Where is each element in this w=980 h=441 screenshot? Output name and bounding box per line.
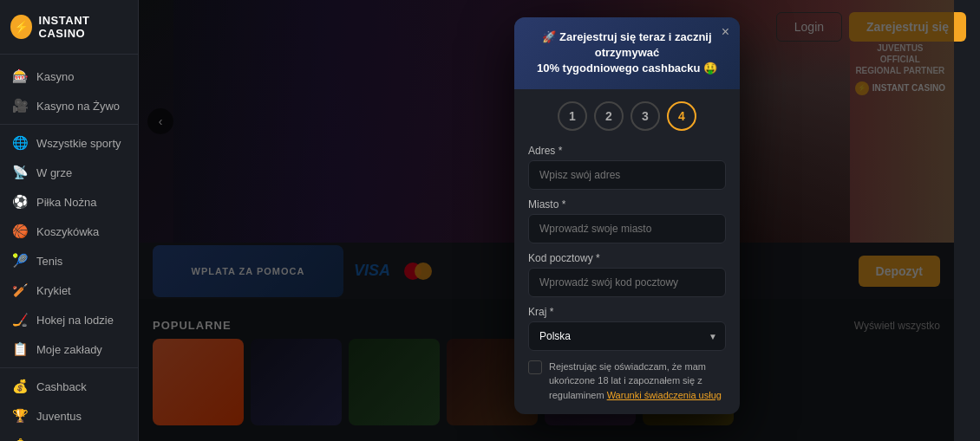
step-3[interactable]: 3 <box>630 101 660 131</box>
terms-checkbox[interactable] <box>528 360 542 374</box>
postal-field-group: Kod pocztowy * <box>528 252 726 297</box>
terms-checkbox-row: Rejestrując się oświadczam, że mam ukońc… <box>528 360 726 403</box>
promocje-icon: 🔔 <box>12 438 28 441</box>
sidebar-divider <box>0 124 138 125</box>
logo-icon: ⚡ <box>10 15 32 39</box>
sidebar-item-wszystkie-sporty[interactable]: 🌐 Wszystkie sporty <box>0 128 138 158</box>
city-input[interactable] <box>528 214 726 243</box>
w-grze-icon: 📡 <box>12 165 28 180</box>
modal-banner-text: 🚀 Zarejestruj się teraz i zacznij otrzym… <box>528 29 726 77</box>
terms-text: Rejestrując się oświadczam, że mam ukońc… <box>549 360 726 403</box>
cashback-icon: 💰 <box>12 379 28 394</box>
sidebar-label-tenis: Tenis <box>36 255 62 268</box>
country-select-wrapper: Polska ▼ <box>528 321 726 351</box>
sidebar-item-moje-zaklady[interactable]: 📋 Moje zakłady <box>0 334 138 364</box>
sporty-icon: 🌐 <box>12 135 28 151</box>
address-input[interactable] <box>528 160 726 190</box>
address-label: Adres * <box>528 145 726 157</box>
hokej-icon: 🏒 <box>12 312 28 328</box>
city-label: Miasto * <box>528 198 726 211</box>
city-field-group: Miasto * <box>528 198 726 243</box>
sidebar-item-cashback[interactable]: 💰 Cashback <box>0 372 138 401</box>
sidebar-item-koszykowka[interactable]: 🏀 Koszykówka <box>0 217 138 246</box>
sidebar-label-kasyno-zywo: Kasyno na Żywo <box>36 100 120 113</box>
sidebar-item-pilka-nozna[interactable]: ⚽ Piłka Nożna <box>0 187 138 217</box>
postal-input[interactable] <box>528 268 726 297</box>
sidebar-item-hokej[interactable]: 🏒 Hokej na lodzie <box>0 305 138 334</box>
modal-close-button[interactable]: × <box>722 24 729 40</box>
sidebar-label-juventus: Juventus <box>36 410 82 423</box>
sidebar-label-pilka: Piłka Nożna <box>36 196 96 209</box>
banner-main-text: Zarejestruj się teraz i zacznij otrzymyw… <box>559 30 712 59</box>
sidebar-item-w-grze[interactable]: 📡 W grze <box>0 158 138 187</box>
country-select[interactable]: Polska <box>528 321 726 351</box>
sidebar-divider-2 <box>0 367 138 368</box>
sidebar-item-tenis[interactable]: 🎾 Tenis <box>0 246 138 276</box>
modal-body: 1 2 3 4 Adres * Miasto * <box>514 89 740 415</box>
sidebar-label-sporty: Wszystkie sporty <box>36 137 121 150</box>
banner-highlight-text: 10% tygodniowego cashbacku 🤑 <box>537 62 717 75</box>
step-2[interactable]: 2 <box>594 101 624 131</box>
zaklady-icon: 📋 <box>12 341 28 357</box>
modal-banner: 🚀 Zarejestruj się teraz i zacznij otrzym… <box>514 17 740 89</box>
sidebar-label-koszykowka: Koszykówka <box>36 225 99 238</box>
registration-steps: 1 2 3 4 <box>528 101 726 131</box>
registration-modal: × 🚀 Zarejestruj się teraz i zacznij otrz… <box>514 17 740 414</box>
step-1[interactable]: 1 <box>558 101 587 131</box>
logo-area: ⚡ INSTANT CASINO <box>0 0 138 55</box>
sidebar: ⚡ INSTANT CASINO 🎰 Kasyno 🎥 Kasyno na Ży… <box>0 0 139 441</box>
koszykowka-icon: 🏀 <box>12 224 28 239</box>
step-4[interactable]: 4 <box>667 101 696 131</box>
tenis-icon: 🎾 <box>12 253 28 269</box>
krykiet-icon: 🏏 <box>12 282 28 298</box>
sidebar-label-zaklady: Moje zakłady <box>36 343 102 356</box>
kasyno-zywo-icon: 🎥 <box>12 98 28 113</box>
sidebar-item-juventus[interactable]: 🏆 Juventus <box>0 401 138 431</box>
main-content: Login Zarejestruj się ‹ JJ JUVENTUSOFFIC… <box>139 0 980 441</box>
sidebar-label-krykiet: Krykiet <box>36 284 71 297</box>
sidebar-item-kasyno-zywo[interactable]: 🎥 Kasyno na Żywo <box>0 91 138 120</box>
sidebar-label-w-grze: W grze <box>36 166 72 179</box>
sidebar-item-kasyno[interactable]: 🎰 Kasyno <box>0 62 138 91</box>
sidebar-label-cashback: Cashback <box>36 380 87 393</box>
sidebar-main-nav: 🎰 Kasyno 🎥 Kasyno na Żywo 🌐 Wszystkie sp… <box>0 55 138 441</box>
juventus-icon: 🏆 <box>12 408 28 424</box>
country-field-group: Kraj * Polska ▼ <box>528 306 726 351</box>
logo-text: INSTANT CASINO <box>39 14 127 40</box>
banner-emoji: 🚀 <box>542 30 556 43</box>
sidebar-label-hokej: Hokej na lodzie <box>36 314 114 327</box>
country-label: Kraj * <box>528 306 726 318</box>
pilka-icon: ⚽ <box>12 194 28 210</box>
kasyno-icon: 🎰 <box>12 68 28 84</box>
sidebar-item-promocje[interactable]: 🔔 Promocje <box>0 431 138 441</box>
postal-label: Kod pocztowy * <box>528 252 726 264</box>
terms-link[interactable]: Warunki świadczenia usług <box>607 390 722 400</box>
sidebar-item-krykiet[interactable]: 🏏 Krykiet <box>0 276 138 305</box>
sidebar-label-kasyno: Kasyno <box>36 70 74 83</box>
address-field-group: Adres * <box>528 145 726 190</box>
